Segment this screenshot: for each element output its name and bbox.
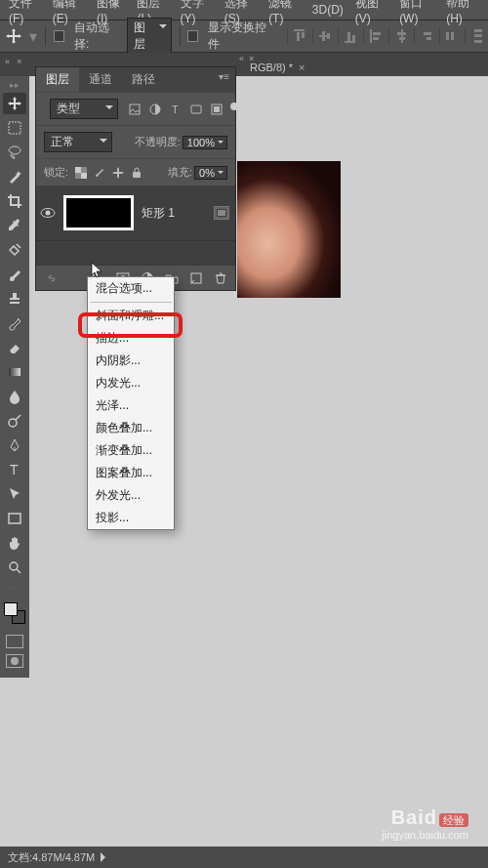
- panel-close-icon[interactable]: ×: [17, 58, 24, 65]
- svg-rect-31: [130, 104, 140, 114]
- crop-tool[interactable]: [3, 190, 26, 212]
- svg-rect-12: [401, 29, 403, 43]
- fx-stroke[interactable]: 描边...: [88, 327, 174, 350]
- menu-file[interactable]: 文件(F): [4, 0, 46, 27]
- opacity-value[interactable]: 100%: [183, 136, 227, 149]
- magic-wand-tool[interactable]: [3, 166, 26, 187]
- lock-position-icon[interactable]: [111, 166, 124, 179]
- pen-tool[interactable]: [3, 434, 26, 456]
- trash-icon[interactable]: [213, 270, 227, 285]
- history-brush-tool[interactable]: [3, 312, 26, 334]
- menu-3d[interactable]: 3D(D): [307, 1, 348, 19]
- align-left-icon[interactable]: [363, 28, 381, 44]
- quick-mask-standard-icon[interactable]: [6, 635, 23, 648]
- svg-rect-0: [294, 29, 305, 31]
- distribute-h-icon[interactable]: [439, 28, 457, 44]
- path-select-tool[interactable]: [3, 483, 26, 505]
- move-tool[interactable]: [3, 93, 26, 114]
- eyedropper-tool[interactable]: [3, 215, 26, 236]
- panel-close-right-icon[interactable]: ×: [249, 55, 257, 62]
- foreground-color[interactable]: [4, 602, 18, 616]
- eraser-tool[interactable]: [3, 337, 26, 358]
- rectangle-tool[interactable]: [3, 508, 26, 529]
- fx-satin[interactable]: 光泽...: [88, 394, 174, 417]
- svg-rect-4: [322, 31, 325, 41]
- svg-rect-40: [133, 172, 141, 178]
- tab-paths[interactable]: 路径: [122, 67, 165, 92]
- svg-point-42: [46, 211, 51, 216]
- blur-tool[interactable]: [3, 386, 26, 407]
- svg-rect-34: [191, 105, 201, 113]
- fx-inner-glow[interactable]: 内发光...: [88, 372, 174, 394]
- align-right-icon[interactable]: [414, 28, 431, 44]
- filter-adjust-icon[interactable]: [148, 103, 162, 116]
- show-transform-checkbox[interactable]: [187, 30, 198, 42]
- layer-name[interactable]: 矩形 1: [142, 205, 175, 222]
- menu-view[interactable]: 视图(V): [350, 0, 392, 27]
- lock-all-icon[interactable]: [130, 166, 142, 179]
- menu-window[interactable]: 窗口(W): [394, 0, 439, 27]
- auto-select-checkbox[interactable]: [54, 30, 64, 42]
- brush-tool[interactable]: [3, 264, 26, 285]
- gradient-tool[interactable]: [3, 361, 26, 383]
- fx-color-overlay[interactable]: 颜色叠加...: [88, 417, 174, 439]
- panel-collapse-right-icon[interactable]: «: [239, 55, 247, 62]
- auto-select-target-dropdown[interactable]: 图层: [127, 18, 172, 55]
- align-top-icon[interactable]: [287, 28, 305, 44]
- lock-pixels-icon[interactable]: [93, 166, 105, 179]
- svg-point-29: [10, 562, 18, 570]
- align-bottom-icon[interactable]: [338, 28, 355, 44]
- close-tab-icon[interactable]: ×: [299, 62, 305, 73]
- layers-panel: 图层 通道 路径 ▾≡ 类型 T 正常 不透明度: 100% 锁定:: [35, 66, 236, 291]
- marquee-tool[interactable]: [3, 117, 26, 139]
- watermark-url: jingyan.baidu.com: [382, 829, 468, 841]
- blend-mode-dropdown[interactable]: 正常: [44, 132, 112, 152]
- tab-layers[interactable]: 图层: [36, 67, 79, 92]
- align-hcenter-icon[interactable]: [388, 28, 406, 44]
- panel-menu-icon[interactable]: ▾≡: [213, 67, 235, 92]
- layer-item[interactable]: 矩形 1: [36, 186, 235, 241]
- color-swatch[interactable]: [4, 602, 25, 624]
- fill-value[interactable]: 0%: [194, 166, 227, 180]
- hand-tool[interactable]: [3, 532, 26, 554]
- svg-rect-18: [446, 32, 449, 40]
- lasso-tool[interactable]: [3, 142, 26, 163]
- fx-gradient-overlay[interactable]: 渐变叠加...: [88, 439, 174, 462]
- menu-bar: 文件(F) 编辑(E) 图像(I) 图层(L) 文字(Y) 选择(S) 滤镜(T…: [0, 0, 488, 20]
- svg-rect-13: [397, 32, 406, 35]
- fx-drop-shadow[interactable]: 投影...: [88, 507, 174, 529]
- distribute-v-icon[interactable]: [465, 28, 482, 44]
- filter-pixel-icon[interactable]: [128, 103, 142, 116]
- filter-type-icon[interactable]: T: [169, 103, 183, 116]
- dodge-tool[interactable]: [3, 410, 26, 432]
- lock-transparent-icon[interactable]: [74, 166, 87, 179]
- fx-outer-glow[interactable]: 外发光...: [88, 484, 174, 507]
- zoom-tool[interactable]: [3, 557, 26, 578]
- fx-bevel[interactable]: 斜面和浮雕...: [88, 305, 174, 327]
- menu-help[interactable]: 帮助(H): [441, 0, 484, 27]
- quick-mask-icon[interactable]: [6, 654, 23, 668]
- filter-shape-icon[interactable]: [189, 103, 203, 116]
- svg-rect-8: [352, 35, 355, 41]
- fx-inner-shadow[interactable]: 内阴影...: [88, 350, 174, 372]
- stamp-tool[interactable]: [3, 288, 26, 310]
- svg-rect-36: [214, 106, 220, 112]
- svg-rect-11: [373, 37, 379, 40]
- align-vcenter-icon[interactable]: [312, 28, 330, 44]
- tool-strip: ▸▸ T ⋯: [0, 76, 29, 678]
- svg-rect-5: [327, 33, 330, 39]
- layer-thumbnail[interactable]: [63, 195, 134, 230]
- type-tool[interactable]: T: [3, 459, 26, 480]
- filter-smart-icon[interactable]: [210, 103, 224, 116]
- healing-brush-tool[interactable]: [3, 239, 26, 261]
- link-layers-icon[interactable]: [44, 270, 59, 285]
- filter-kind-dropdown[interactable]: 类型: [50, 99, 118, 119]
- layer-link-badge-icon[interactable]: [214, 206, 229, 220]
- status-chevron-icon[interactable]: [101, 852, 110, 862]
- tab-channels[interactable]: 通道: [79, 67, 122, 92]
- svg-rect-6: [345, 41, 355, 43]
- panel-collapse-left-icon[interactable]: «: [5, 58, 13, 65]
- fx-pattern-overlay[interactable]: 图案叠加...: [88, 462, 174, 484]
- new-layer-icon[interactable]: [188, 270, 203, 285]
- visibility-eye-icon[interactable]: [40, 207, 56, 219]
